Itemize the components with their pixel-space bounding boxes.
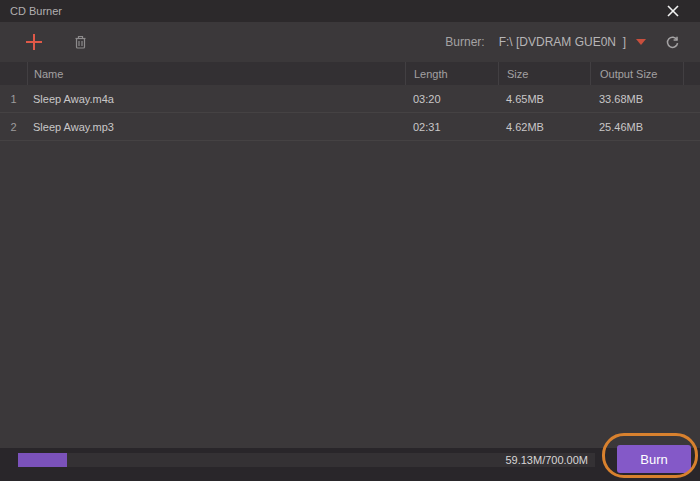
row-name: Sleep Away.m4a: [27, 93, 405, 105]
window-title: CD Burner: [10, 5, 62, 17]
footer-bar: 59.13M/700.00M Burn: [0, 448, 700, 481]
refresh-button[interactable]: [662, 32, 682, 52]
burner-device-dropdown[interactable]: F:\ [DVDRAM GUE0N ]: [499, 35, 662, 49]
file-list-empty-area: [0, 141, 700, 448]
capacity-text: 59.13M/700.00M: [505, 453, 588, 467]
close-button[interactable]: [664, 2, 682, 20]
burner-device-value: F:\ [DVDRAM GUE0N ]: [499, 35, 626, 49]
row-size: 4.65MB: [498, 93, 590, 105]
row-size: 4.62MB: [498, 121, 590, 133]
row-name: Sleep Away.mp3: [27, 121, 405, 133]
header-name[interactable]: Name: [27, 62, 405, 85]
table-row[interactable]: 1 Sleep Away.m4a 03:20 4.65MB 33.68MB: [0, 85, 700, 113]
burn-button[interactable]: Burn: [617, 445, 691, 473]
chevron-down-icon: [636, 39, 646, 45]
row-output-size: 33.68MB: [590, 93, 683, 105]
header-length[interactable]: Length: [405, 62, 498, 85]
plus-icon: [25, 33, 43, 51]
header-output-size[interactable]: Output Size: [590, 62, 683, 85]
row-length: 02:31: [405, 121, 498, 133]
burner-label: Burner:: [445, 35, 484, 49]
row-output-size: 25.46MB: [590, 121, 683, 133]
toolbar: Burner: F:\ [DVDRAM GUE0N ]: [0, 22, 700, 62]
table-header: Name Length Size Output Size: [0, 62, 700, 85]
header-number-column: [0, 62, 27, 85]
delete-file-button[interactable]: [70, 32, 90, 52]
add-file-button[interactable]: [24, 32, 44, 52]
trash-icon: [73, 34, 88, 50]
burner-controls: Burner: F:\ [DVDRAM GUE0N ]: [445, 32, 682, 52]
refresh-icon: [665, 35, 680, 50]
row-number: 2: [0, 121, 27, 133]
capacity-progress-fill: [18, 453, 67, 467]
header-extra-column: [683, 62, 700, 85]
cd-burner-window: CD Burner Burner:: [0, 0, 700, 481]
table-row[interactable]: 2 Sleep Away.mp3 02:31 4.62MB 25.46MB: [0, 113, 700, 141]
row-length: 03:20: [405, 93, 498, 105]
close-icon: [667, 5, 679, 17]
row-number: 1: [0, 93, 27, 105]
titlebar: CD Burner: [0, 0, 700, 22]
header-size[interactable]: Size: [498, 62, 590, 85]
